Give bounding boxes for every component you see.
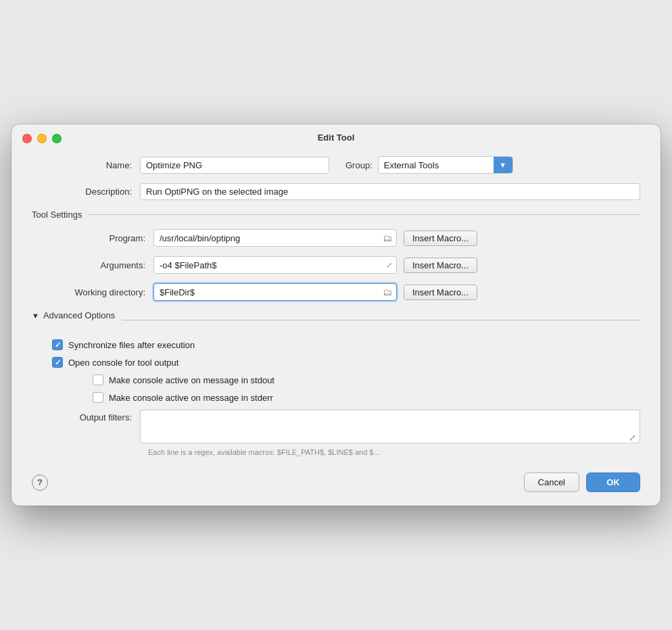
minimize-button[interactable] — [37, 134, 47, 143]
working-dir-insert-macro-button[interactable]: Insert Macro... — [404, 285, 477, 300]
description-row: Description: — [32, 183, 640, 200]
output-filters-textarea[interactable] — [140, 410, 640, 443]
output-textarea-wrapper: ⤢ — [140, 410, 640, 445]
console-stderr-checkbox[interactable] — [93, 392, 103, 403]
dialog-footer: ? Cancel OK — [11, 463, 661, 492]
arguments-insert-macro-button[interactable]: Insert Macro... — [404, 258, 477, 273]
ok-button[interactable]: OK — [586, 472, 640, 492]
help-button[interactable]: ? — [32, 475, 48, 491]
console-stdout-label[interactable]: Make console active on message in stdout — [109, 375, 274, 385]
output-hint: Each line is a regex, available macros: … — [140, 448, 640, 456]
program-label: Program: — [52, 233, 153, 243]
description-label: Description: — [32, 187, 140, 197]
program-input-wrapper: 🗂 — [153, 229, 397, 247]
output-filters-section: Output filters: ⤢ — [32, 410, 640, 445]
program-insert-macro-button[interactable]: Insert Macro... — [404, 231, 477, 246]
working-dir-folder-icon[interactable]: 🗂 — [383, 287, 392, 297]
separator-line — [89, 214, 640, 215]
dialog-content: Name: Group: External Tools ▼ Descriptio… — [11, 149, 661, 463]
sync-files-label[interactable]: Synchronize files after execution — [68, 340, 195, 350]
group-label: Group: — [345, 160, 373, 170]
advanced-options-section: ▼ Advanced Options Synchronize files aft… — [32, 310, 640, 403]
working-dir-label: Working directory: — [52, 287, 153, 297]
console-stdout-row: Make console active on message in stdout — [93, 374, 640, 385]
arguments-label: Arguments: — [52, 260, 153, 270]
tool-settings-label: Tool Settings — [32, 210, 82, 220]
working-dir-input-wrapper: 🗂 — [153, 283, 397, 301]
traffic-lights — [22, 134, 62, 143]
title-bar: Edit Tool — [11, 124, 661, 149]
sync-files-checkbox[interactable] — [52, 339, 63, 350]
arguments-input[interactable] — [160, 260, 383, 270]
group-dropdown-text: External Tools — [379, 160, 494, 170]
console-stdout-checkbox[interactable] — [93, 374, 103, 385]
advanced-chevron-icon[interactable]: ▼ — [32, 312, 39, 320]
footer-buttons: Cancel OK — [524, 472, 640, 492]
console-stderr-row: Make console active on message in stderr — [93, 392, 640, 403]
name-label: Name: — [32, 160, 140, 170]
arguments-input-wrapper: ⤢ — [153, 256, 397, 274]
output-expand-icon[interactable]: ⤢ — [629, 433, 636, 443]
program-folder-icon[interactable]: 🗂 — [383, 233, 392, 243]
advanced-header: ▼ Advanced Options — [32, 310, 122, 320]
program-row: Program: 🗂 Insert Macro... — [52, 229, 640, 247]
working-dir-input[interactable] — [160, 287, 380, 297]
chevron-down-icon: ▼ — [499, 161, 506, 169]
program-input[interactable] — [160, 233, 380, 243]
working-dir-row: Working directory: 🗂 Insert Macro... — [52, 283, 640, 301]
name-group-row: Name: Group: External Tools ▼ — [32, 156, 640, 174]
edit-tool-dialog: Edit Tool Name: Group: External Tools ▼ … — [11, 124, 661, 506]
advanced-label: Advanced Options — [43, 310, 115, 320]
output-filters-label: Output filters: — [32, 410, 140, 422]
description-input[interactable] — [140, 183, 640, 200]
group-dropdown-button[interactable]: ▼ — [494, 157, 512, 173]
maximize-button[interactable] — [52, 134, 62, 143]
open-console-row: Open console for tool output — [52, 357, 640, 368]
open-console-label[interactable]: Open console for tool output — [68, 358, 178, 368]
advanced-separator-line — [122, 320, 640, 320]
sync-files-row: Synchronize files after execution — [52, 339, 640, 350]
arguments-row: Arguments: ⤢ Insert Macro... — [52, 256, 640, 274]
arguments-expand-icon[interactable]: ⤢ — [386, 261, 392, 270]
dialog-title: Edit Tool — [318, 132, 355, 143]
name-input[interactable] — [140, 157, 329, 174]
cancel-button[interactable]: Cancel — [524, 472, 579, 492]
group-container: Group: External Tools ▼ — [345, 156, 513, 174]
advanced-separator: ▼ Advanced Options — [32, 310, 640, 330]
tool-settings-separator: Tool Settings — [32, 210, 640, 220]
group-dropdown[interactable]: External Tools ▼ — [378, 156, 513, 174]
open-console-checkbox[interactable] — [52, 357, 63, 368]
close-button[interactable] — [22, 134, 32, 143]
console-stderr-label[interactable]: Make console active on message in stderr — [109, 393, 273, 403]
